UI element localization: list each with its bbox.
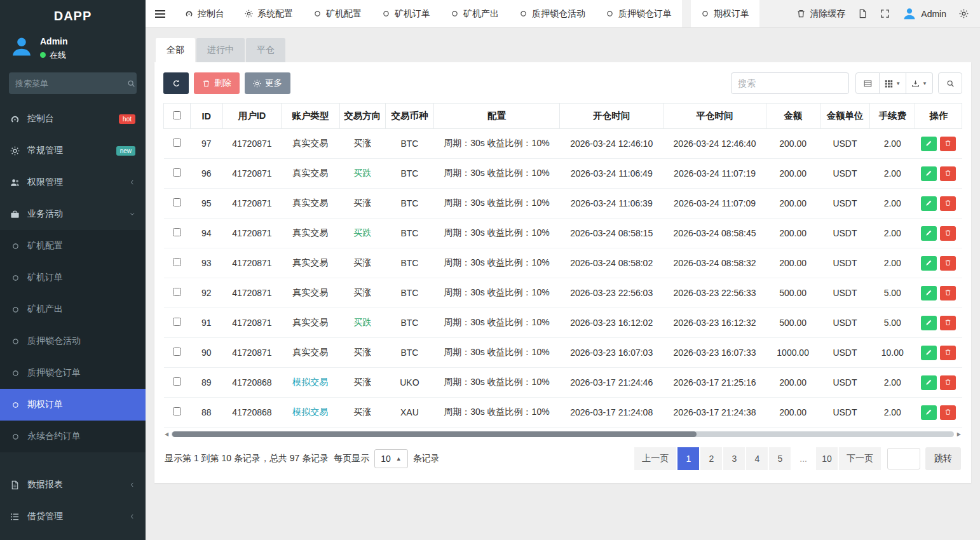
cell-user-id: 41720868	[222, 368, 282, 398]
edit-row-button[interactable]	[921, 346, 937, 360]
toggle-view-button[interactable]	[855, 72, 880, 94]
edit-row-button[interactable]	[921, 226, 937, 241]
page-number-button[interactable]: 3	[723, 447, 745, 470]
sidebar-subitem[interactable]: 矿机产出	[0, 294, 146, 325]
cell-account-type: 真实交易	[282, 338, 339, 368]
delete-row-button[interactable]	[940, 375, 956, 390]
delete-row-button[interactable]	[940, 405, 956, 420]
edit-row-button[interactable]	[921, 166, 937, 181]
edit-row-button[interactable]	[921, 405, 937, 420]
delete-row-button[interactable]	[940, 286, 956, 300]
edit-row-button[interactable]	[921, 316, 937, 330]
delete-row-button[interactable]	[940, 226, 956, 241]
edit-row-button[interactable]	[921, 256, 937, 271]
advanced-search-button[interactable]	[938, 72, 962, 94]
page-number-button[interactable]: 10	[816, 447, 838, 470]
sidebar-subitem-label: 期权订单	[27, 399, 63, 410]
delete-row-button[interactable]	[940, 196, 956, 211]
select-all-checkbox[interactable]	[173, 111, 181, 119]
topnav-item[interactable]: 矿机订单	[372, 0, 440, 27]
delete-row-button[interactable]	[940, 166, 956, 181]
sidebar-item[interactable]: 常规管理new	[0, 135, 146, 166]
app-root: DAPP Admin 在线 控制台hot常规管理new权限管理业务活动矿机配置矿…	[0, 0, 980, 540]
delete-row-button[interactable]	[940, 346, 956, 360]
jump-page-input[interactable]	[887, 448, 920, 469]
delete-button[interactable]: 删除	[194, 72, 240, 94]
sidebar-subitem[interactable]: 质押锁仓活动	[0, 325, 146, 357]
edit-row-button[interactable]	[921, 286, 937, 300]
per-page-select[interactable]: 10 ▲	[374, 449, 408, 468]
delete-row-button[interactable]	[940, 137, 956, 151]
tab-平仓[interactable]: 平仓	[246, 38, 285, 62]
refresh-button[interactable]	[163, 72, 189, 94]
delete-row-button[interactable]	[940, 316, 956, 330]
row-checkbox[interactable]	[173, 288, 181, 296]
row-checkbox[interactable]	[173, 348, 181, 356]
cell-unit: USDT	[820, 189, 870, 219]
pencil-icon	[925, 139, 932, 149]
columns-button[interactable]: ▼	[880, 72, 906, 94]
edit-row-button[interactable]	[921, 137, 937, 151]
page-number-button[interactable]: 2	[700, 447, 722, 470]
tab-全部[interactable]: 全部	[156, 38, 195, 62]
page-number-button[interactable]: 5	[769, 447, 791, 470]
sidebar-item[interactable]: 数据报表	[0, 469, 146, 501]
sidebar-item[interactable]: 权限管理	[0, 166, 146, 198]
edit-row-button[interactable]	[921, 196, 937, 211]
sidebar-subitem[interactable]: 期权订单	[0, 389, 146, 421]
scroll-right-arrow[interactable]: ▶	[957, 431, 961, 437]
prev-page-button[interactable]: 上一页	[634, 447, 676, 470]
fullscreen-icon[interactable]	[880, 9, 890, 18]
topnav-item[interactable]: 质押锁仓订单	[595, 0, 682, 27]
menu-toggle-button[interactable]	[146, 0, 175, 27]
tab-进行中[interactable]: 进行中	[196, 38, 245, 62]
pencil-icon	[925, 169, 932, 179]
topnav-item[interactable]: 控制台	[175, 0, 235, 27]
row-checkbox[interactable]	[173, 258, 181, 266]
settings-gear-icon[interactable]	[959, 9, 969, 18]
sidebar-item[interactable]: 业务活动	[0, 198, 146, 230]
sidebar-subitem[interactable]: 矿机配置	[0, 230, 146, 262]
edit-row-button[interactable]	[921, 375, 937, 390]
cell-direction: 买涨	[339, 368, 385, 398]
row-checkbox[interactable]	[173, 407, 181, 415]
clear-cache-button[interactable]: 清除缓存	[796, 8, 845, 20]
search-icon[interactable]	[127, 79, 135, 88]
admin-menu[interactable]: Admin	[902, 7, 946, 21]
delete-row-button[interactable]	[940, 256, 956, 271]
topnav-item[interactable]: 矿机产出	[440, 0, 509, 27]
scrollbar-thumb[interactable]	[172, 431, 697, 437]
page-number-button[interactable]: 4	[746, 447, 768, 470]
topnav-item[interactable]: 质押锁仓活动	[509, 0, 595, 27]
scroll-left-arrow[interactable]: ◀	[165, 431, 168, 437]
sidebar-item[interactable]: 控制台hot	[0, 103, 146, 135]
sidebar-subitem[interactable]: 质押锁仓订单	[0, 357, 146, 389]
sidebar-subitem[interactable]: 永续合约订单	[0, 421, 146, 452]
topnav-item[interactable]: 系统配置	[235, 0, 303, 27]
table-search-input[interactable]	[731, 72, 849, 94]
row-checkbox[interactable]	[173, 377, 181, 386]
trash-icon	[944, 348, 951, 358]
trash-icon	[944, 169, 951, 179]
cell-actions	[915, 129, 962, 159]
row-checkbox[interactable]	[173, 318, 181, 326]
row-checkbox[interactable]	[173, 228, 181, 236]
sidebar-item[interactable]: 借贷管理	[0, 501, 146, 532]
export-button[interactable]: ▼	[906, 72, 933, 94]
row-checkbox[interactable]	[173, 168, 181, 177]
sidebar-search-input[interactable]	[15, 79, 127, 88]
document-icon[interactable]	[858, 9, 868, 18]
sidebar-subitem[interactable]: 矿机订单	[0, 262, 146, 294]
topnav-item[interactable]: 矿机配置	[303, 0, 372, 27]
scrollbar-track[interactable]	[172, 431, 954, 437]
row-checkbox[interactable]	[173, 198, 181, 206]
column-header: 交易方向	[339, 104, 385, 129]
row-checkbox[interactable]	[173, 138, 181, 147]
cell-select	[164, 189, 191, 219]
page-number-button[interactable]: 1	[677, 447, 699, 470]
more-button[interactable]: 更多	[245, 72, 290, 94]
jump-button[interactable]: 跳转	[925, 447, 961, 470]
topnav-item[interactable]: 期权订单	[691, 0, 759, 27]
next-page-button[interactable]: 下一页	[839, 447, 881, 470]
cell-direction: 买涨	[339, 338, 385, 368]
